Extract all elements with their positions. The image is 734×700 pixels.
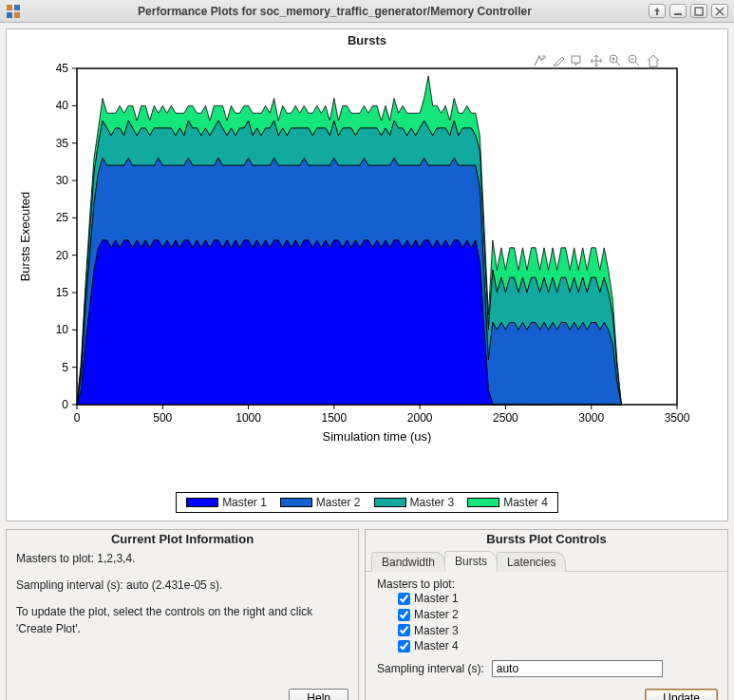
masters-to-plot-label: Masters to plot:: [377, 577, 716, 591]
svg-text:10: 10: [56, 323, 69, 336]
titlebar: Performance Plots for soc_memory_traffic…: [0, 0, 734, 23]
legend-item-4[interactable]: Master 4: [467, 496, 548, 509]
svg-rect-0: [7, 5, 12, 10]
svg-text:3500: 3500: [665, 411, 690, 425]
master-4-label: Master 4: [414, 638, 459, 654]
axes-toolbar: [532, 53, 661, 71]
svg-text:35: 35: [56, 137, 69, 150]
legend: Master 1 Master 2 Master 3 Master 4: [176, 492, 558, 513]
zoom-in-icon[interactable]: [608, 53, 623, 71]
update-button[interactable]: Update: [645, 689, 718, 700]
svg-text:500: 500: [153, 411, 172, 425]
svg-rect-6: [572, 56, 580, 63]
master-1-checkbox[interactable]: [398, 593, 410, 605]
legend-item-3[interactable]: Master 3: [374, 496, 455, 509]
svg-text:20: 20: [56, 249, 69, 262]
app-icon: [6, 4, 21, 19]
svg-text:15: 15: [56, 286, 69, 299]
info-line-1: Masters to plot: 1,2,3,4.: [16, 550, 348, 567]
legend-item-1[interactable]: Master 1: [186, 496, 267, 509]
svg-text:1000: 1000: [235, 411, 261, 425]
zoom-out-icon[interactable]: [627, 53, 642, 71]
svg-text:Simulation time (us): Simulation time (us): [323, 429, 432, 444]
svg-text:Bursts Executed: Bursts Executed: [18, 192, 32, 282]
controls-panel-title: Bursts Plot Controls: [366, 530, 727, 550]
chart-area: 0500100015002000250030003500051015202530…: [14, 49, 720, 486]
svg-rect-3: [14, 12, 20, 18]
svg-text:5: 5: [62, 361, 68, 374]
svg-text:30: 30: [56, 174, 69, 187]
info-line-2: Sampling interval (s): auto (2.431e-05 s…: [16, 577, 348, 594]
master-4-checkbox[interactable]: [398, 640, 410, 653]
svg-text:40: 40: [56, 99, 69, 112]
sampling-input[interactable]: [492, 660, 663, 677]
window-title: Performance Plots for soc_memory_traffic…: [27, 5, 643, 18]
tab-latencies[interactable]: Latencies: [497, 552, 566, 572]
close-button[interactable]: [711, 4, 728, 18]
datatip-icon[interactable]: [570, 53, 585, 71]
svg-rect-4: [674, 13, 682, 15]
master-3-row: Master 3: [398, 623, 716, 639]
sampling-label: Sampling interval (s):: [377, 662, 484, 675]
controls-panel: Bursts Plot Controls Bandwidth Bursts La…: [365, 529, 728, 700]
master-2-row: Master 2: [398, 607, 716, 623]
pan-icon[interactable]: [589, 53, 604, 71]
master-2-label: Master 2: [414, 607, 459, 623]
minimize-button[interactable]: [669, 4, 687, 18]
always-on-top-button[interactable]: [649, 4, 666, 18]
tab-bandwidth[interactable]: Bandwidth: [371, 552, 445, 572]
tabs: Bandwidth Bursts Latencies: [366, 550, 727, 572]
svg-text:2000: 2000: [407, 411, 433, 425]
export-icon[interactable]: [532, 53, 547, 71]
svg-text:0: 0: [74, 411, 81, 425]
tab-bursts[interactable]: Bursts: [444, 551, 498, 572]
svg-text:25: 25: [56, 211, 69, 224]
svg-text:0: 0: [62, 398, 68, 411]
master-1-row: Master 1: [398, 591, 716, 607]
window-controls: [649, 4, 728, 18]
svg-text:3000: 3000: [578, 411, 604, 425]
master-3-checkbox[interactable]: [398, 624, 410, 636]
svg-text:2500: 2500: [493, 411, 518, 425]
master-2-checkbox[interactable]: [398, 609, 410, 621]
svg-rect-5: [695, 8, 703, 15]
plot-title: Bursts: [14, 33, 720, 47]
maximize-button[interactable]: [690, 4, 707, 18]
info-line-3: To update the plot, select the controls …: [16, 603, 348, 637]
svg-rect-2: [7, 12, 12, 18]
info-panel-title: Current Plot Information: [7, 530, 358, 550]
svg-rect-1: [14, 5, 20, 10]
svg-text:45: 45: [56, 62, 69, 75]
info-panel: Current Plot Information Masters to plot…: [6, 529, 359, 700]
master-1-label: Master 1: [414, 591, 459, 607]
master-4-row: Master 4: [398, 638, 716, 654]
legend-item-2[interactable]: Master 2: [280, 496, 361, 509]
chart-svg: 0500100015002000250030003500051015202530…: [14, 49, 717, 448]
svg-text:1500: 1500: [322, 411, 348, 425]
plot-panel: Bursts 050010001500200025003000350005101…: [6, 28, 728, 521]
home-icon[interactable]: [646, 53, 661, 71]
master-3-label: Master 3: [414, 623, 459, 639]
brush-icon[interactable]: [551, 53, 566, 71]
help-button[interactable]: Help: [289, 689, 348, 700]
